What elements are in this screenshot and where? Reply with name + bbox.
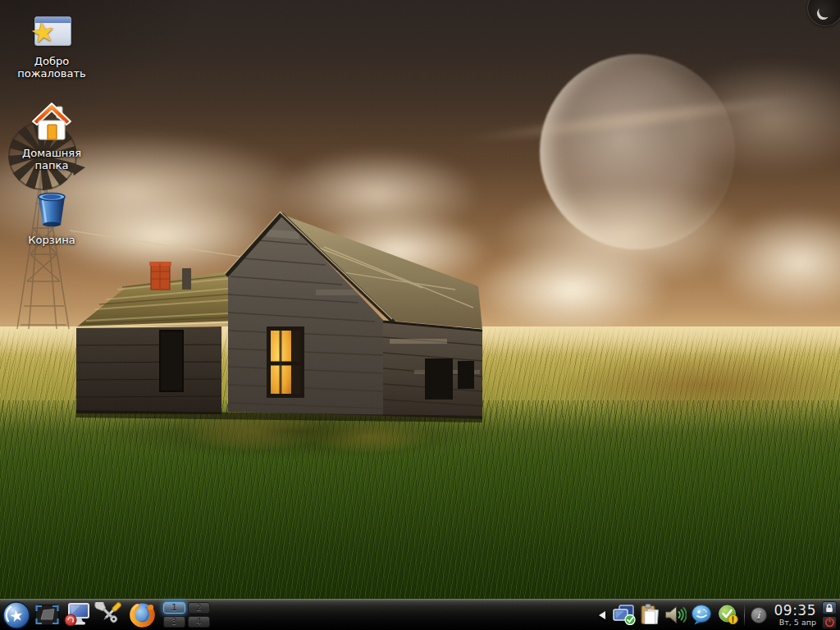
tray-expander-button[interactable] bbox=[596, 606, 608, 624]
volume-tray-button[interactable] bbox=[664, 605, 687, 624]
speaker-volume-icon bbox=[664, 605, 687, 624]
svg-text:★: ★ bbox=[8, 605, 25, 625]
power-icon bbox=[824, 617, 835, 628]
welcome-window-star-icon: ★ bbox=[32, 16, 71, 49]
clock-date: Вт, 5 апр bbox=[779, 618, 816, 627]
arrow-left-icon bbox=[599, 611, 605, 619]
pager-desktop-1[interactable]: 1 bbox=[163, 602, 185, 614]
desktop-icon-trash[interactable]: Корзина bbox=[7, 192, 97, 246]
pager-desktop-3[interactable]: 3 bbox=[163, 616, 185, 628]
foreground-grass bbox=[0, 400, 840, 630]
kde-desktop: ★ Добро пожаловать Домашняя папка bbox=[0, 0, 840, 630]
virtual-desktop-pager: 1 2 3 4 bbox=[163, 602, 210, 628]
network-tray-button[interactable] bbox=[612, 605, 636, 625]
clock-time: 09:35 bbox=[774, 604, 817, 618]
pager-desktop-4[interactable]: 4 bbox=[188, 616, 210, 628]
tools-wrench-screwdriver-icon bbox=[94, 602, 124, 628]
show-desktop-button[interactable] bbox=[34, 604, 60, 626]
icon-label: Корзина bbox=[7, 234, 97, 246]
computer-monitor-icon bbox=[64, 603, 90, 627]
network-monitors-icon bbox=[612, 605, 636, 625]
icon-label: Домашняя папка bbox=[7, 147, 97, 171]
updates-tray-button[interactable] bbox=[718, 605, 738, 625]
app-launcher-button[interactable]: ★ bbox=[2, 601, 30, 629]
notifications-button[interactable]: i bbox=[751, 607, 767, 623]
leave-power-button[interactable] bbox=[822, 616, 837, 629]
farmhouse bbox=[70, 208, 484, 433]
desktop-icon-home-folder[interactable]: Домашняя папка bbox=[7, 102, 97, 171]
firefox-button[interactable] bbox=[128, 600, 157, 629]
icon-label: Добро пожаловать bbox=[7, 55, 97, 80]
digital-clock[interactable]: 09:35 Вт, 5 апр bbox=[774, 604, 817, 627]
desktop-icon-welcome[interactable]: ★ Добро пожаловать bbox=[7, 16, 97, 80]
cloud bbox=[476, 243, 669, 337]
system-tools-button[interactable] bbox=[94, 602, 124, 628]
session-buttons bbox=[822, 601, 837, 629]
trash-bin-icon bbox=[35, 192, 68, 226]
show-desktop-icon bbox=[34, 604, 60, 626]
padlock-icon bbox=[824, 603, 834, 613]
chat-bubble-icon bbox=[691, 605, 714, 625]
home-house-icon bbox=[30, 102, 73, 144]
firefox-icon bbox=[128, 600, 157, 629]
launcher-star-icon: ★ bbox=[2, 601, 30, 629]
lock-screen-button[interactable] bbox=[822, 601, 837, 614]
updates-check-icon bbox=[718, 605, 738, 625]
info-icon: i bbox=[756, 609, 760, 621]
clipboard-tray-button[interactable] bbox=[640, 604, 660, 626]
computer-button[interactable] bbox=[64, 603, 90, 627]
taskbar-panel: ★ bbox=[0, 599, 840, 630]
pager-desktop-2[interactable]: 2 bbox=[188, 602, 210, 614]
messenger-tray-button[interactable] bbox=[691, 605, 714, 625]
tray-separator bbox=[744, 605, 745, 626]
clipboard-icon bbox=[640, 604, 660, 626]
